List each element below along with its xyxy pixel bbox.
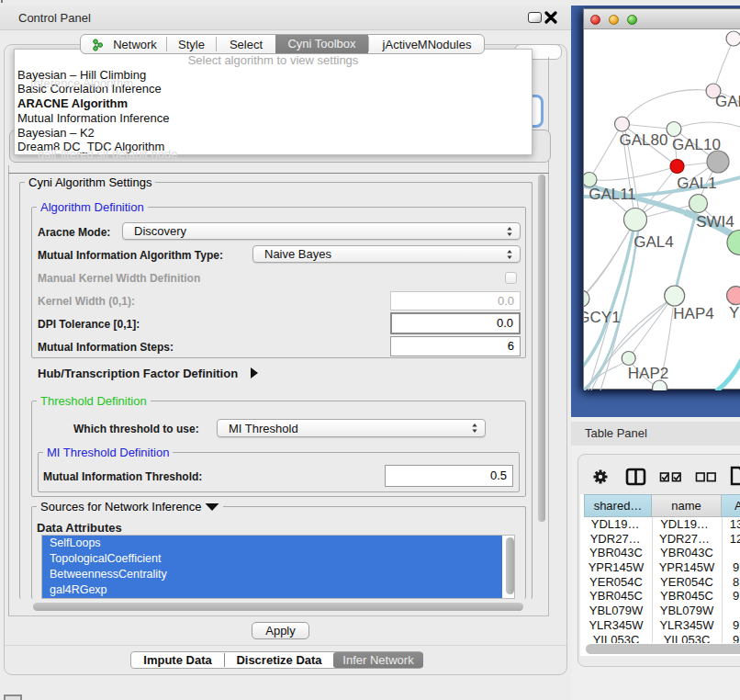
svg-text:GCY1: GCY1 <box>584 309 621 326</box>
svg-text:GAL10: GAL10 <box>672 136 721 153</box>
svg-text:Y: Y <box>729 304 739 322</box>
svg-text:SWI4: SWI4 <box>696 213 734 231</box>
svg-text:GAL7: GAL7 <box>715 93 740 110</box>
svg-text:HAP2: HAP2 <box>628 365 668 382</box>
svg-text:HAP4: HAP4 <box>673 305 713 322</box>
svg-text:GAL1: GAL1 <box>677 175 716 192</box>
svg-text:GAL80: GAL80 <box>620 131 668 149</box>
svg-text:GAL11: GAL11 <box>589 186 636 203</box>
svg-text:GAL4: GAL4 <box>633 233 673 251</box>
